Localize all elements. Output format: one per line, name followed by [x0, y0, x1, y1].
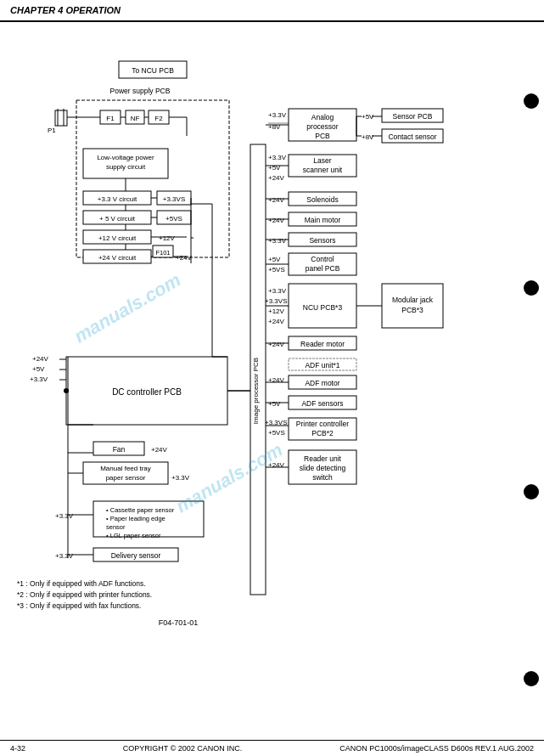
svg-text:+24V: +24V	[32, 355, 49, 363]
svg-text:+3.3V: +3.3V	[30, 375, 48, 383]
svg-text:*1 :  Only if equipped with AD: *1 : Only if equipped with ADF functions…	[17, 579, 146, 588]
svg-text:+5VS: +5VS	[268, 429, 285, 437]
svg-text:processor: processor	[306, 122, 338, 131]
svg-text:+24V: +24V	[268, 376, 285, 384]
svg-text:+8V: +8V	[268, 123, 281, 131]
svg-text:To NCU PCB: To NCU PCB	[132, 66, 174, 75]
circuit-diagram: P1 To NCU PCB Power supply PCB F1 F2 NF …	[8, 25, 535, 654]
svg-text:+24 V circuit: +24 V circuit	[98, 254, 137, 262]
svg-text:*2 :  Only if equipped with pr: *2 : Only if equipped with printer funct…	[17, 590, 152, 599]
svg-text:+3.3V: +3.3V	[55, 552, 74, 560]
svg-text:ADF motor: ADF motor	[305, 379, 339, 387]
svg-text:• Cassette paper sensor: • Cassette paper sensor	[106, 506, 175, 514]
svg-text:+3.3V: +3.3V	[268, 237, 287, 245]
svg-text:Main motor: Main motor	[305, 216, 341, 224]
svg-text:+5V: +5V	[268, 256, 281, 263]
svg-text:NCU PCB*3: NCU PCB*3	[303, 303, 343, 312]
page-header: CHAPTER 4 OPERATION	[0, 0, 544, 22]
svg-text:Fan: Fan	[113, 445, 126, 454]
svg-text:PCB*3: PCB*3	[401, 306, 423, 314]
svg-text:+5V: +5V	[268, 400, 281, 408]
svg-text:+24V: +24V	[268, 174, 285, 182]
svg-text:Analog: Analog	[311, 113, 334, 121]
footer-right: CANON PC1000s/imageCLASS D600s REV.1 AUG…	[339, 744, 534, 753]
svg-text:+3.3V: +3.3V	[268, 111, 287, 119]
svg-text:+3.3V: +3.3V	[268, 154, 287, 161]
svg-text:F04-701-01: F04-701-01	[159, 618, 199, 627]
footer-center: COPYRIGHT © 2002 CANON INC.	[123, 744, 243, 753]
svg-text:sensor: sensor	[106, 523, 126, 531]
svg-text:Sensor PCB: Sensor PCB	[393, 112, 433, 121]
svg-text:+3.3V: +3.3V	[55, 512, 74, 520]
svg-text:+24V: +24V	[268, 196, 285, 204]
svg-text:+24V: +24V	[268, 217, 285, 224]
svg-text:switch: switch	[312, 473, 333, 482]
page-footer: 4-32 COPYRIGHT © 2002 CANON INC. CANON P…	[0, 740, 544, 756]
svg-text:NF: NF	[131, 115, 140, 122]
svg-text:• Paper leading edge: • Paper leading edge	[106, 515, 165, 522]
svg-text:Image processor PCB: Image processor PCB	[252, 358, 260, 424]
svg-text:+8V: +8V	[362, 133, 374, 141]
svg-text:+3.3V: +3.3V	[268, 287, 287, 295]
svg-text:Power supply PCB: Power supply PCB	[110, 87, 171, 95]
svg-text:paper sensor: paper sensor	[106, 474, 146, 482]
svg-text:supply circuit: supply circuit	[106, 163, 146, 171]
svg-text:Low-voltage power: Low-voltage power	[97, 154, 154, 161]
svg-text:• LGL paper sensor: • LGL paper sensor	[106, 532, 161, 539]
svg-text:+24V: +24V	[176, 254, 193, 262]
svg-text:Delivery sensor: Delivery sensor	[111, 551, 161, 560]
svg-text:Modular jack: Modular jack	[392, 296, 434, 304]
svg-text:*3 :  Only if equipped with fa: *3 : Only if equipped with fax functions…	[17, 601, 141, 610]
svg-text:F2: F2	[154, 115, 163, 122]
svg-point-159	[64, 388, 69, 393]
svg-rect-0	[55, 110, 67, 126]
svg-text:Reader unit: Reader unit	[304, 454, 342, 463]
svg-text:Reader motor: Reader motor	[300, 340, 345, 348]
svg-text:panel PCB: panel PCB	[306, 264, 340, 273]
svg-text:PCB: PCB	[315, 132, 330, 140]
svg-text:Solenoids: Solenoids	[306, 195, 338, 204]
svg-text:F1: F1	[106, 115, 115, 122]
svg-text:+5VS: +5VS	[165, 215, 182, 223]
footer-left: 4-32	[10, 744, 25, 753]
svg-text:+12 V circuit: +12 V circuit	[98, 234, 137, 242]
svg-text:+3.3VS: +3.3VS	[265, 297, 287, 305]
svg-text:+24V: +24V	[151, 446, 168, 454]
chapter-title: CHAPTER 4 OPERATION	[10, 5, 121, 15]
svg-text:ADF unit*1: ADF unit*1	[305, 361, 339, 370]
svg-text:+24V: +24V	[268, 461, 285, 469]
svg-text:Contact sensor: Contact sensor	[388, 133, 436, 141]
svg-text:+3.3VS: +3.3VS	[163, 195, 185, 203]
svg-text:+24V: +24V	[268, 341, 285, 348]
svg-text:+5V: +5V	[32, 365, 45, 373]
svg-text:Control: Control	[311, 255, 334, 263]
svg-text:Manual feed tray: Manual feed tray	[100, 465, 151, 472]
svg-text:ADF sensors: ADF sensors	[301, 399, 343, 408]
svg-text:Printer controller: Printer controller	[296, 420, 350, 428]
svg-text:scanner unit: scanner unit	[303, 166, 343, 174]
svg-text:slide detecting: slide detecting	[300, 464, 346, 472]
svg-text:Sensors: Sensors	[309, 236, 335, 245]
svg-text:P1: P1	[48, 127, 56, 134]
svg-text:+3.3V: +3.3V	[171, 474, 190, 482]
svg-text:+5V: +5V	[268, 164, 281, 172]
svg-text:+ 5 V circuit: + 5 V circuit	[99, 215, 136, 223]
svg-text:DC controller PCB: DC controller PCB	[112, 387, 182, 397]
svg-text:+3.3 V circuit: +3.3 V circuit	[98, 195, 137, 203]
svg-text:F101: F101	[155, 249, 170, 257]
svg-text:+12V: +12V	[159, 234, 176, 242]
svg-text:Laser: Laser	[313, 156, 331, 165]
dot-4	[524, 671, 539, 686]
svg-text:PCB*2: PCB*2	[311, 429, 334, 437]
svg-text:+12V: +12V	[268, 307, 285, 315]
svg-text:+5VS: +5VS	[268, 266, 285, 274]
svg-text:+24V: +24V	[268, 318, 285, 325]
